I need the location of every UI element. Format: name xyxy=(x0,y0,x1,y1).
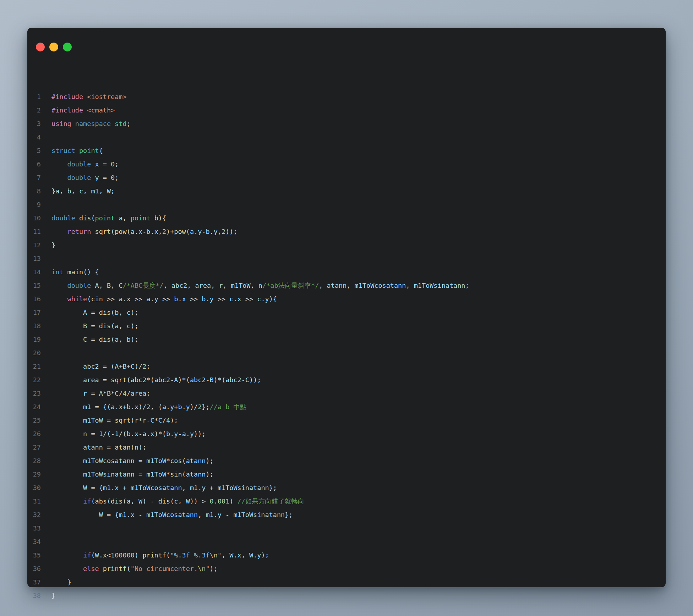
token-pun: . xyxy=(135,228,138,235)
token-var: abc2 xyxy=(83,363,99,370)
token-var: abc2 xyxy=(171,282,187,289)
token-var: W xyxy=(99,511,103,518)
code-line: 2#include <cmath> xyxy=(27,104,666,117)
token-var: y xyxy=(218,511,222,518)
token-pun: , xyxy=(83,187,91,195)
token-pun: ); xyxy=(131,322,138,330)
token-pun: , xyxy=(71,187,79,195)
code-text: atann = atan(n); xyxy=(51,441,146,454)
token-var: B xyxy=(123,363,127,370)
token-var: W xyxy=(95,551,99,559)
token-num: 2 xyxy=(146,403,150,411)
code-text: n = 1/(-1/(b.x-a.x)*(b.y-a.y)); xyxy=(51,427,206,441)
line-number: 25 xyxy=(27,414,41,427)
token-pun: - xyxy=(138,430,142,438)
token-pun: = { xyxy=(103,511,119,518)
zoom-button[interactable] xyxy=(63,43,72,51)
token-type: int xyxy=(51,268,63,276)
token-pun: , xyxy=(119,336,126,343)
token-pun: } xyxy=(51,578,71,586)
minimize-button[interactable] xyxy=(49,43,58,51)
token-pun: ( xyxy=(91,497,95,505)
token-fn: main xyxy=(67,268,83,276)
token-var: x xyxy=(103,551,107,559)
line-number: 19 xyxy=(27,333,41,346)
token-pun: )*( xyxy=(178,376,190,384)
token-pun xyxy=(63,268,67,276)
line-number: 21 xyxy=(27,360,41,373)
close-button[interactable] xyxy=(36,43,45,51)
token-esc: \n xyxy=(198,565,206,572)
code-line: 23 r = A*B*C/4/area; xyxy=(27,387,666,400)
line-number: 34 xyxy=(27,535,41,549)
token-var: m1ToW xyxy=(83,417,103,424)
token-pun: )*( xyxy=(214,376,225,384)
token-fn: sqrt xyxy=(115,417,131,424)
token-pun: . xyxy=(111,484,115,491)
token-pun xyxy=(51,511,99,518)
token-var: x xyxy=(154,228,158,235)
token-pun: < xyxy=(107,551,111,559)
token-pun: . xyxy=(178,295,182,303)
token-pun xyxy=(83,93,87,100)
token-pun: . xyxy=(99,551,103,559)
code-line: 7 double y = 0; xyxy=(27,171,666,185)
token-var: A xyxy=(99,390,103,397)
token-str: " xyxy=(218,551,222,559)
code-editor[interactable]: 1#include <iostream>2#include <cmath>3us… xyxy=(27,63,666,616)
code-text: r = A*B*C/4/area; xyxy=(51,387,151,400)
token-pun: ); xyxy=(138,444,146,451)
token-pun: * xyxy=(138,417,142,424)
code-text: #include <cmath> xyxy=(51,104,115,117)
token-pun: * xyxy=(154,417,158,424)
token-fn: sqrt xyxy=(111,376,127,384)
token-pun: )/ xyxy=(135,363,142,370)
token-var: y xyxy=(95,174,99,181)
token-var: b xyxy=(115,309,119,316)
token-pun: ){ xyxy=(269,295,277,303)
token-fn: dis xyxy=(158,497,170,505)
token-var: m1ToWsinatann xyxy=(83,471,135,478)
token-var: b xyxy=(67,187,71,195)
line-number: 36 xyxy=(27,562,41,576)
token-pun xyxy=(51,471,83,478)
token-var: a xyxy=(182,430,186,438)
token-pun: >> xyxy=(241,295,257,303)
token-num: 2 xyxy=(198,403,202,411)
token-pun xyxy=(91,282,95,289)
token-pun: - xyxy=(206,376,209,384)
token-var: y xyxy=(174,430,178,438)
token-var: atann xyxy=(327,282,347,289)
code-text: }a, b, c, m1, W; xyxy=(51,185,115,198)
code-line: 3using namespace std; xyxy=(27,117,666,131)
token-var: m1ToWcosatann xyxy=(146,511,198,518)
token-var: C xyxy=(131,363,135,370)
token-fn: pow xyxy=(174,228,186,235)
line-number: 1 xyxy=(27,90,41,104)
token-var: atann xyxy=(83,444,103,451)
code-text: m1ToWsinatann = m1ToW*sin(atann); xyxy=(51,468,214,481)
token-var: r xyxy=(83,390,87,397)
token-pun: . xyxy=(151,295,154,303)
token-pun: = xyxy=(87,336,99,343)
token-var: m1 xyxy=(119,511,126,518)
token-var: abc2 xyxy=(190,376,206,384)
token-pun: , xyxy=(346,282,354,289)
token-pun: ; xyxy=(465,282,469,289)
token-pun: ) xyxy=(135,551,142,559)
token-pun xyxy=(51,457,83,464)
token-fn: sqrt xyxy=(95,228,111,235)
line-number: 26 xyxy=(27,427,41,441)
line-number: 4 xyxy=(27,131,41,144)
token-var: A xyxy=(83,309,87,316)
token-pun: . xyxy=(170,430,174,438)
token-fn: atan xyxy=(115,444,131,451)
line-number: 6 xyxy=(27,158,41,171)
token-var: C xyxy=(119,282,122,289)
token-var: x xyxy=(135,403,138,411)
line-number: 7 xyxy=(27,171,41,185)
token-var: b xyxy=(202,295,206,303)
token-pun: - xyxy=(241,376,245,384)
token-var: x xyxy=(95,160,99,168)
line-number: 29 xyxy=(27,468,41,481)
